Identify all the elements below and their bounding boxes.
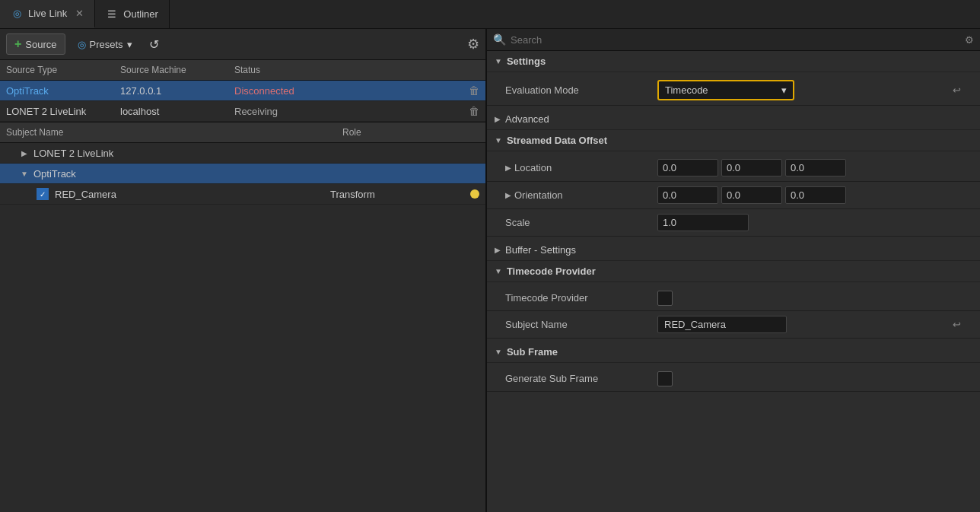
expand-arrow-lonet[interactable]: ▶ [18,147,30,159]
delete-lonet-button[interactable]: 🗑 [457,105,479,117]
source-status-lonet: Receiving [234,106,457,117]
location-x-input[interactable] [657,159,718,176]
orientation-z-input[interactable] [785,186,846,204]
timecode-provider-control [657,291,945,306]
evaluation-mode-reset[interactable]: ↩ [945,84,968,96]
buffer-settings-label: Buffer - Settings [505,244,576,256]
timecode-provider-header[interactable]: ▼ Timecode Provider [487,261,980,282]
subject-role-red-camera: Transform [330,189,467,200]
settings-section-header[interactable]: ▼ Settings [487,51,980,72]
settings-gear-icon[interactable]: ⚙ [467,36,479,52]
generate-sub-frame-label: Generate Sub Frame [505,373,657,384]
tab-close-icon[interactable]: ✕ [75,8,84,19]
subject-table-header: Subject Name Role [0,122,485,143]
dropdown-chevron-icon: ▾ [781,84,787,96]
tree-item-lonet[interactable]: ▶ LONET 2 LiveLink [0,143,485,164]
subject-name-reset[interactable]: ↩ [945,319,968,330]
add-source-button[interactable]: + Source [6,33,65,55]
tab-live-link-label: Live Link [28,8,67,19]
settings-section-content: Evaluation Mode Timecode ▾ ↩ [487,72,980,109]
evaluation-mode-value: Timecode [665,84,708,96]
tree-item-red-camera[interactable]: ✓ RED_Camera Transform [0,184,485,205]
search-icon: 🔍 [493,33,506,46]
orientation-y-input[interactable] [721,186,782,204]
toolbar: + Source ◎ Presets ▾ ↺ ⚙ [0,29,485,60]
streamed-data-offset-header[interactable]: ▼ Streamed Data Offset [487,130,980,151]
timecode-provider-row: Timecode Provider [487,285,980,311]
presets-button[interactable]: ◎ Presets ▾ [72,36,138,53]
scale-input[interactable] [657,214,749,231]
generate-sub-frame-checkbox[interactable] [657,371,673,386]
tab-live-link[interactable]: ◎ Live Link ✕ [0,0,95,28]
timecode-provider-field-label: Timecode Provider [505,292,657,304]
scale-control [657,214,945,231]
outliner-icon: ☰ [106,8,118,21]
sub-frame-arrow-icon: ▼ [495,348,502,356]
search-settings-icon[interactable]: ⚙ [965,34,974,46]
buffer-settings-header[interactable]: ▶ Buffer - Settings [487,240,980,261]
col-header-subject-name: Subject Name [6,127,342,138]
generate-sub-frame-control [657,371,945,386]
presets-label: Presets [90,39,123,50]
settings-panel: ▼ Settings Evaluation Mode Timecode ▾ ↩ [487,51,980,512]
col-header-action [457,65,479,75]
subject-name-optitrack: OptiTrack [33,168,342,180]
main-content: + Source ◎ Presets ▾ ↺ ⚙ Source Type Sou… [0,29,980,512]
source-machine-optitrack: 127.0.0.1 [120,85,234,97]
subject-checkbox-red-camera[interactable]: ✓ [37,188,49,200]
source-row-optitrack[interactable]: OptiTrack 127.0.0.1 Disconnected 🗑 [0,81,485,101]
delete-optitrack-button[interactable]: 🗑 [457,84,479,97]
evaluation-mode-row: Evaluation Mode Timecode ▾ ↩ [487,75,980,106]
advanced-arrow-icon: ▶ [495,115,501,123]
status-dot-red-camera [470,189,479,199]
subject-name-control [657,316,945,333]
trash-icon-lonet: 🗑 [469,105,479,117]
col-header-source-type: Source Type [6,65,120,75]
evaluation-mode-dropdown[interactable]: Timecode ▾ [657,80,794,100]
tab-outliner[interactable]: ☰ Outliner [95,0,170,28]
timecode-provider-checkbox[interactable] [657,291,673,306]
settings-section-label: Settings [507,56,546,67]
orientation-expand-arrow[interactable]: ▶ [505,191,511,199]
location-z-input[interactable] [785,159,846,176]
source-machine-lonet: localhost [120,106,234,117]
advanced-section-label: Advanced [505,113,549,125]
tree-item-optitrack[interactable]: ▼ OptiTrack [0,164,485,184]
orientation-control [657,186,945,204]
chevron-down-icon: ▾ [127,39,132,50]
search-input[interactable] [511,34,960,46]
settings-arrow-icon: ▼ [495,57,502,65]
presets-icon: ◎ [78,39,86,50]
location-label: Location [514,162,552,173]
reset-arrow-icon: ↩ [953,84,961,96]
timecode-provider-arrow-icon: ▼ [495,267,502,275]
timecode-provider-label: Timecode Provider [507,266,596,277]
sub-frame-label: Sub Frame [507,346,558,358]
expand-arrow-optitrack[interactable]: ▼ [18,167,30,180]
buffer-settings-arrow-icon: ▶ [495,246,501,254]
subject-name-input[interactable] [657,316,787,333]
location-y-input[interactable] [721,159,782,176]
sub-frame-content: Generate Sub Frame [487,363,980,395]
sub-frame-header[interactable]: ▼ Sub Frame [487,342,980,363]
source-row-lonet[interactable]: LONET 2 LiveLink localhost Receiving 🗑 [0,101,485,122]
subject-name-reset-icon: ↩ [953,319,961,330]
orientation-x-input[interactable] [657,186,718,204]
trash-icon: 🗑 [469,84,479,97]
subject-section: Subject Name Role ▶ LONET 2 LiveLink ▼ O… [0,122,485,512]
location-control [657,159,945,176]
source-type-optitrack: OptiTrack [6,85,120,97]
advanced-section-header[interactable]: ▶ Advanced [487,109,980,130]
reset-button[interactable]: ↺ [145,36,164,53]
location-expand-arrow[interactable]: ▶ [505,164,511,172]
orientation-label: Orientation [514,189,563,201]
left-panel: + Source ◎ Presets ▾ ↺ ⚙ Source Type Sou… [0,29,487,512]
scale-row: Scale [487,209,980,237]
source-table-header: Source Type Source Machine Status [0,60,485,81]
streamed-offset-label: Streamed Data Offset [507,135,607,146]
source-label: Source [25,39,56,50]
col-header-source-machine: Source Machine [120,65,234,75]
search-bar: 🔍 ⚙ [487,29,980,51]
streamed-offset-content: ▶ Location ▶ Orientation [487,151,980,240]
streamed-offset-arrow-icon: ▼ [495,136,502,145]
